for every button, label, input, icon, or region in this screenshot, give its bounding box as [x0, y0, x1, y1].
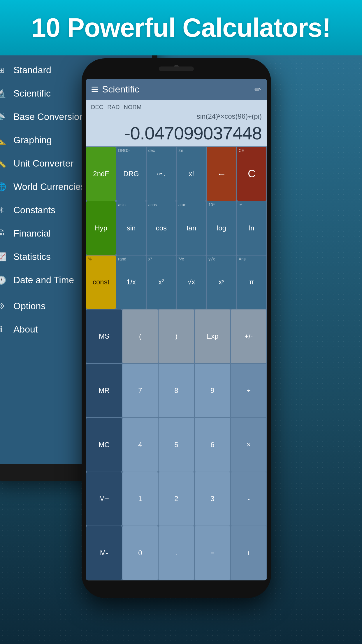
standard-icon: ⊞ — [0, 64, 8, 76]
sci-mode-row: DEC RAD NORM — [91, 104, 262, 111]
base-icon: 📡 — [0, 110, 8, 123]
key-square[interactable]: x³ x² — [147, 256, 176, 309]
key-power[interactable]: y√x xʸ — [207, 256, 236, 309]
key-plus-minus[interactable]: +/- — [231, 309, 266, 363]
sci-calc-header: Scientific ✏ — [86, 79, 267, 100]
key-multiply[interactable]: × — [231, 418, 266, 472]
key-4[interactable]: 4 — [122, 418, 158, 472]
sci-menu-icon[interactable] — [92, 87, 98, 92]
key-ln[interactable]: eˣ ln — [237, 201, 266, 255]
key-exp[interactable]: Exp — [195, 309, 230, 363]
menu-label-constants: Constants — [13, 205, 55, 216]
statistics-icon: 📈 — [0, 250, 8, 263]
sci-expression: sin(24)²×cos(96)÷(pi) — [91, 112, 262, 120]
key-2[interactable]: 2 — [159, 472, 194, 526]
key-pi[interactable]: Ans π — [237, 256, 266, 309]
options-icon: ⚙ — [0, 300, 8, 312]
datetime-icon: 🕐 — [0, 274, 8, 286]
key-subtract[interactable]: - — [231, 472, 266, 526]
key-hyp[interactable]: Hyp — [86, 201, 116, 255]
key-clear[interactable]: CE C — [237, 147, 266, 201]
key-cos[interactable]: acos cos — [147, 201, 176, 255]
key-sin[interactable]: asin sin — [116, 201, 146, 255]
menu-label-unit: Unit Converter — [13, 158, 73, 169]
mode-dec: DEC — [91, 104, 103, 111]
financial-icon: 🏛 — [0, 227, 8, 240]
key-5[interactable]: 5 — [159, 418, 194, 472]
menu-label-options: Options — [13, 301, 45, 312]
key-drg[interactable]: DRG> DRG — [116, 147, 146, 201]
menu-label-currency: World Currencies — [13, 181, 85, 192]
key-2ndf[interactable]: 2ndF — [86, 147, 116, 201]
sci-display: DEC RAD NORM sin(24)²×cos(96)÷(pi) -0.04… — [86, 100, 267, 146]
graphing-icon: 📐 — [0, 134, 8, 146]
key-close-paren[interactable]: ) — [159, 309, 194, 363]
about-icon: ℹ — [0, 323, 8, 336]
key-mplus[interactable]: M+ — [86, 472, 122, 526]
keypad-row-5: MR 7 8 9 ÷ — [86, 364, 266, 417]
key-0[interactable]: 0 — [122, 526, 158, 580]
key-sqrt[interactable]: ³√x √x — [177, 256, 206, 309]
constants-icon: ✳ — [0, 204, 8, 216]
mode-norm: NORM — [124, 104, 141, 111]
menu-label-scientific: Scientific — [13, 88, 51, 99]
front-speaker — [159, 66, 194, 71]
sci-result: -0.047099037448 — [91, 123, 262, 144]
phone-front-screen: Scientific ✏ DEC RAD NORM sin(24)²×cos(9… — [86, 79, 267, 580]
keypad-row-6: MC 4 5 6 × — [86, 418, 266, 472]
key-mr[interactable]: MR — [86, 364, 122, 417]
key-ms[interactable]: MS — [86, 309, 122, 363]
phone-front: Scientific ✏ DEC RAD NORM sin(24)²×cos(9… — [82, 58, 271, 598]
key-dec[interactable]: dec ○•‥ — [147, 147, 176, 201]
scientific-icon: 🔬 — [0, 87, 8, 100]
keypad-row-8: M- 0 . = + — [86, 526, 266, 580]
key-divide[interactable]: ÷ — [231, 364, 266, 417]
header-title: 10 Powerful Calculators! — [31, 13, 331, 43]
key-7[interactable]: 7 — [122, 364, 158, 417]
unit-icon: 📏 — [0, 157, 8, 170]
menu-label-base: Base Conversion — [13, 111, 85, 122]
key-1[interactable]: 1 — [122, 472, 158, 526]
menu-label-standard: Standard — [13, 65, 51, 76]
key-log[interactable]: 10ˣ log — [207, 201, 236, 255]
key-9[interactable]: 9 — [195, 364, 230, 417]
menu-label-about: About — [13, 324, 38, 335]
key-factorial[interactable]: Σn x! — [177, 147, 206, 201]
sci-keypad: 2ndF DRG> DRG dec ○•‥ Σn x! ← — [86, 146, 267, 580]
keypad-row-1: 2ndF DRG> DRG dec ○•‥ Σn x! ← — [86, 147, 266, 201]
pen-icon: ✏ — [254, 85, 261, 94]
app-header: 10 Powerful Calculators! — [0, 0, 362, 55]
key-open-paren[interactable]: ( — [122, 309, 158, 363]
key-mc[interactable]: MC — [86, 418, 122, 472]
menu-label-datetime: Date and Time — [13, 275, 74, 286]
keypad-row-4: MS ( ) Exp +/- — [86, 309, 266, 363]
key-decimal[interactable]: . — [159, 526, 194, 580]
mode-rad: RAD — [107, 104, 120, 111]
keypad-row-2: Hyp asin sin acos cos atan tan 10ˣ log — [86, 201, 266, 255]
menu-label-statistics: Statistics — [13, 251, 51, 262]
key-mminus[interactable]: M- — [86, 526, 122, 580]
key-backspace[interactable]: ← — [207, 147, 236, 201]
key-6[interactable]: 6 — [195, 418, 230, 472]
key-equals[interactable]: = — [195, 526, 230, 580]
key-reciprocal[interactable]: rand 1/x — [116, 256, 146, 309]
sci-title: Scientific — [102, 84, 250, 95]
menu-label-financial: Financial — [13, 228, 51, 239]
keypad-row-7: M+ 1 2 3 - — [86, 472, 266, 526]
key-const[interactable]: % const — [86, 256, 116, 309]
currency-icon: 🌐 — [0, 180, 8, 193]
key-tan[interactable]: atan tan — [177, 201, 206, 255]
key-3[interactable]: 3 — [195, 472, 230, 526]
menu-label-graphing: Graphing — [13, 135, 52, 146]
key-add[interactable]: + — [231, 526, 266, 580]
keypad-row-3: % const rand 1/x x³ x² ³√x √x y√x xʸ — [86, 256, 266, 309]
key-8[interactable]: 8 — [159, 364, 194, 417]
